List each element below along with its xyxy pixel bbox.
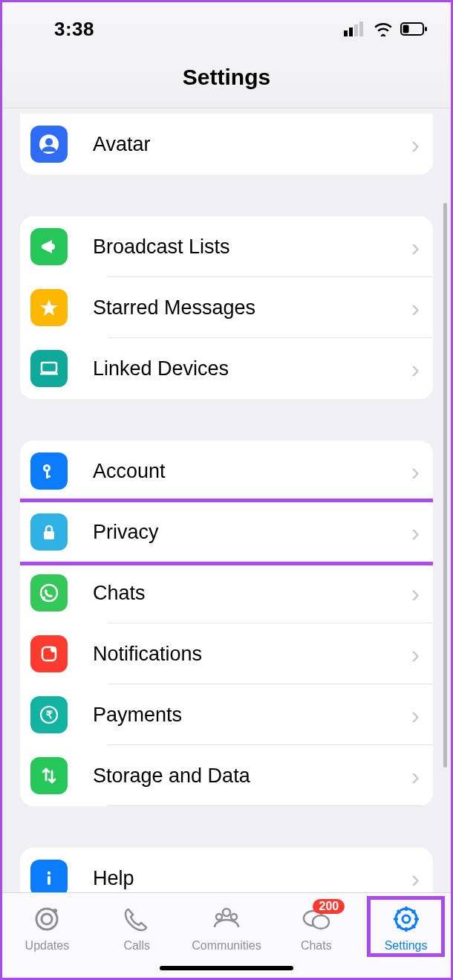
row-privacy[interactable]: Privacy › (20, 502, 433, 562)
row-account[interactable]: Account › (20, 441, 433, 502)
svg-point-32 (403, 915, 410, 923)
info-icon (30, 860, 68, 892)
communities-icon (211, 903, 242, 935)
row-payments[interactable]: ₹ Payments › (20, 684, 433, 745)
chevron-right-icon: › (411, 234, 420, 259)
row-label: Storage and Data (93, 765, 411, 788)
tab-settings[interactable]: Settings (361, 903, 451, 953)
lock-icon (30, 513, 68, 551)
settings-group-2: Account › Privacy › Chats › (20, 441, 433, 806)
badge-chats: 200 (313, 899, 345, 914)
tab-communities[interactable]: Communities (182, 903, 272, 953)
row-label: Avatar (93, 133, 411, 156)
calls-icon (121, 903, 152, 935)
chevron-right-icon: › (411, 763, 420, 788)
svg-rect-1 (349, 27, 353, 36)
chevron-right-icon: › (411, 458, 420, 484)
app-frame: 3:38 Settings Avatar › (0, 0, 453, 980)
row-starred-messages[interactable]: Starred Messages › (20, 277, 433, 338)
updates-icon (31, 903, 62, 935)
megaphone-icon (30, 228, 68, 265)
cellular-icon (344, 22, 366, 36)
arrows-icon (30, 757, 68, 794)
battery-icon (400, 22, 428, 36)
svg-rect-9 (42, 363, 56, 372)
rupee-icon: ₹ (30, 696, 68, 733)
row-label: Linked Devices (93, 357, 411, 380)
whatsapp-icon (30, 574, 68, 611)
settings-group-3: Help › Tell a Friend › (20, 848, 433, 892)
laptop-icon (30, 350, 68, 387)
status-icons (344, 22, 428, 36)
svg-rect-2 (354, 25, 358, 36)
svg-rect-14 (46, 476, 50, 478)
row-broadcast-lists[interactable]: Broadcast Lists › (20, 216, 433, 277)
status-bar: 3:38 (2, 2, 451, 48)
page-title: Settings (2, 48, 451, 108)
row-label: Account (93, 460, 411, 483)
svg-point-21 (48, 872, 50, 874)
wifi-icon (374, 22, 393, 36)
row-help[interactable]: Help › (20, 848, 433, 892)
svg-rect-15 (44, 531, 54, 539)
svg-point-24 (42, 914, 52, 924)
svg-rect-22 (48, 876, 50, 885)
row-label: Starred Messages (93, 296, 411, 319)
svg-point-27 (216, 914, 222, 920)
svg-rect-10 (40, 373, 58, 375)
row-chats[interactable]: Chats › (20, 562, 433, 623)
row-linked-devices[interactable]: Linked Devices › (20, 338, 433, 399)
row-label: Privacy (93, 521, 411, 544)
svg-text:₹: ₹ (46, 709, 53, 721)
home-indicator (160, 966, 293, 970)
tab-chats[interactable]: 200 Chats (271, 903, 361, 953)
row-label: Help (93, 867, 411, 890)
row-label: Payments (93, 704, 411, 727)
tab-bar: Updates Calls Communities 200 Chats Sett… (2, 892, 451, 978)
chevron-right-icon: › (411, 866, 420, 891)
settings-group-1: Broadcast Lists › Starred Messages › Lin… (20, 216, 433, 399)
svg-point-25 (53, 909, 57, 913)
row-label: Chats (93, 582, 411, 605)
chevron-right-icon: › (411, 702, 420, 727)
key-icon (30, 452, 68, 490)
row-notifications[interactable]: Notifications › (20, 623, 433, 684)
svg-rect-0 (344, 30, 348, 36)
svg-point-8 (45, 138, 53, 146)
row-label: Broadcast Lists (93, 236, 411, 259)
tab-label: Chats (301, 939, 332, 953)
tab-label: Settings (385, 939, 428, 953)
svg-point-26 (223, 909, 230, 916)
row-storage-data[interactable]: Storage and Data › (20, 745, 433, 806)
svg-rect-3 (359, 22, 363, 36)
tab-calls[interactable]: Calls (92, 903, 182, 953)
chevron-right-icon: › (411, 132, 420, 157)
tab-updates[interactable]: Updates (2, 903, 92, 953)
settings-content: Avatar › Broadcast Lists › Starred Messa… (2, 114, 451, 892)
chevron-right-icon: › (411, 295, 420, 320)
svg-rect-5 (403, 25, 409, 33)
svg-point-30 (313, 915, 329, 929)
row-label: Notifications (93, 643, 411, 666)
chevron-right-icon: › (411, 641, 420, 666)
svg-point-12 (45, 467, 48, 470)
avatar-icon (30, 126, 68, 163)
settings-icon (391, 903, 422, 935)
tab-label: Updates (25, 939, 70, 953)
chevron-right-icon: › (411, 519, 420, 545)
tab-label: Communities (192, 939, 261, 953)
chevron-right-icon: › (411, 580, 420, 606)
chevron-right-icon: › (411, 356, 420, 381)
svg-rect-6 (425, 27, 427, 31)
notification-icon (30, 635, 68, 672)
scroll-indicator (443, 203, 447, 768)
tab-label: Calls (123, 939, 150, 953)
star-icon (30, 289, 68, 326)
settings-group-0: Avatar › (20, 114, 433, 175)
svg-point-18 (50, 646, 56, 652)
svg-point-28 (231, 914, 237, 920)
status-time: 3:38 (54, 18, 94, 41)
row-avatar[interactable]: Avatar › (20, 114, 433, 175)
